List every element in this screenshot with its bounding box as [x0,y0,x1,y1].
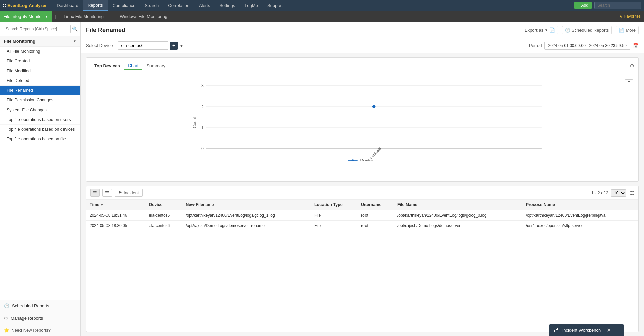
svg-text:Count: Count [192,117,197,128]
sidebar: 🔍 File Monitoring ▼ All File Monitoring … [0,22,81,336]
svg-text:Device: Device [360,158,373,161]
incident-button[interactable]: ⚑ Incident [115,189,143,197]
nav-search[interactable]: Search [140,0,163,11]
sidebar-item-file-modified[interactable]: File Modified [0,66,80,76]
page-size-select[interactable]: 10 25 50 [611,189,626,197]
col-location-type: Location Type [311,200,358,210]
sidebar-item-file-permission-changes[interactable]: File Permission Changes [0,95,80,105]
more-label: More [626,28,636,33]
device-input[interactable] [118,41,168,50]
col-username: Username [358,200,394,210]
need-reports-label: Need New Reports? [11,328,51,333]
main-layout: 🔍 File Monitoring ▼ All File Monitoring … [0,22,644,336]
sidebar-item-file-created[interactable]: File Created [0,56,80,66]
sidebar-item-all-file-monitoring[interactable]: All File Monitoring [0,47,80,56]
top-navigation: EventLog Analyzer Dashboard Reports Comp… [0,0,644,11]
cell-location-type-2: File [311,221,358,231]
export-pdf-icon: 📄 [549,27,555,33]
nav-reports[interactable]: Reports [83,0,108,11]
nav-dashboard[interactable]: Dashboard [52,0,83,11]
chart-tab-chart[interactable]: Chart [124,61,143,70]
table-container: Time Device New Filename Location Type U… [86,200,638,332]
period-section: Period 2024-05-01 00:00:00 - 2024-05-30 … [529,42,639,50]
search-icon[interactable]: 🔍 [72,26,78,32]
sidebar-search-area: 🔍 [0,22,80,36]
search-input[interactable] [594,2,641,9]
filter-bar: Select Device + ▼ Period 2024-05-01 00:0… [81,38,644,53]
logo-text: EventLog Analyzer [7,3,47,8]
add-button[interactable]: + Add [574,2,592,9]
export-button[interactable]: Export as ▼ 📄 [522,26,558,34]
sidebar-items: All File Monitoring File Created File Mo… [0,47,80,300]
chart-svg: Count 3 2 1 0 [103,81,632,161]
incident-label: Incident [124,190,139,195]
gear-icon: ⚙ [4,316,8,321]
sub-nav-windows[interactable]: Windows File Monitoring [116,11,171,22]
cell-location-type-1: File [311,210,358,221]
star-icon: ⭐ [4,328,9,333]
monitor-icon: 🖶 [554,327,559,333]
table-pagination: 1 - 2 of 2 10 25 50 ☷ [591,189,634,197]
content-actions: Export as ▼ 📄 🕑 Scheduled Reports 📄 More [522,26,639,34]
device-input-wrap: + ▼ [118,41,184,50]
col-new-filename: New Filename [182,200,311,210]
sub-nav-divider: | [55,14,56,19]
export-dropdown-arrow-icon: ▼ [545,28,548,32]
incident-workbench-label: Incident Workbench [562,328,601,333]
need-reports-link[interactable]: ⭐ Need New Reports? [0,324,80,336]
cell-time-1: 2024-05-08 18:31:46 [86,210,145,221]
add-device-button[interactable]: + [170,42,178,50]
svg-point-14 [351,159,354,161]
chart-settings-icon[interactable]: ⚙ [630,62,634,69]
chart-tabs: Top Devices Chart Summary [90,60,169,71]
table-row: 2024-05-08 18:31:46 ela-centos6 /opt/kar… [86,210,638,221]
sub-nav-linux[interactable]: Linux File Monitoring [59,11,108,22]
logo-grid-icon [3,4,6,7]
table-section: ☷ ☰ ⚑ Incident 1 - 2 of 2 10 25 50 ☷ [86,186,639,332]
nav-alerts[interactable]: Alerts [194,0,215,11]
nav-settings[interactable]: Settings [215,0,240,11]
app-logo: EventLog Analyzer [3,3,47,8]
cell-device-2: ela-centos6 [145,221,182,231]
sidebar-search-input[interactable] [3,25,71,33]
sidebar-item-file-renamed[interactable]: File Renamed [0,86,80,95]
more-button[interactable]: 📄 More [616,26,639,34]
svg-point-11 [372,105,376,108]
incident-flag-icon: ⚑ [118,190,122,195]
sidebar-section-header[interactable]: File Monitoring ▼ [0,36,80,47]
cell-file-name-1: /opt/karthikeyan/12400/EventLog/logs/gcl… [394,210,523,221]
incident-workbench[interactable]: 🖶 Incident Workbench ✕ □ [549,324,624,336]
sidebar-section-label: File Monitoring [4,39,35,44]
scheduled-reports-footer[interactable]: 🕑 Scheduled Reports [0,300,80,312]
col-time[interactable]: Time [86,200,145,210]
sidebar-item-system-file-changes[interactable]: System File Changes [0,105,80,115]
nav-compliance[interactable]: Compliance [108,0,140,11]
chart-body: ˅ Count 3 2 1 0 [86,74,638,181]
table-header: Time Device New Filename Location Type U… [86,200,638,210]
col-file-name: File Name [394,200,523,210]
top-devices-label: Top Devices [90,60,124,71]
fim-badge[interactable]: File Integrity Monitor ▼ [0,11,52,22]
sidebar-item-top-users[interactable]: Top file operations based on users [0,115,80,125]
nav-logme[interactable]: LogMe [240,0,263,11]
svg-text:3: 3 [201,83,204,88]
column-settings-icon[interactable]: ☷ [630,190,634,196]
sidebar-item-top-file[interactable]: Top file operations based on file [0,134,80,144]
list-view-button[interactable]: ☰ [102,189,112,197]
sidebar-item-file-deleted[interactable]: File Deleted [0,76,80,86]
filter-icon[interactable]: ▼ [179,43,184,48]
favorites-button[interactable]: ★ Favorites [619,14,641,19]
incident-workbench-expand-icon[interactable]: □ [616,327,619,333]
scheduled-reports-button[interactable]: 🕑 Scheduled Reports [562,26,612,34]
chart-dropdown[interactable]: ˅ [625,79,633,87]
incident-workbench-close-icon[interactable]: ✕ [607,327,611,333]
cell-process-name-2: /usr/libexec/openssh/sftp-server [523,221,638,231]
chart-tab-summary[interactable]: Summary [142,62,169,70]
nav-support[interactable]: Support [263,0,288,11]
grid-view-button[interactable]: ☷ [90,189,100,197]
calendar-icon[interactable]: 📅 [633,43,639,48]
nav-correlation[interactable]: Correlation [163,0,194,11]
sidebar-item-top-devices[interactable]: Top file operations based on devices [0,125,80,134]
fim-label: File Integrity Monitor [3,14,43,19]
manage-reports-footer[interactable]: ⚙ Manage Reports [0,312,80,324]
